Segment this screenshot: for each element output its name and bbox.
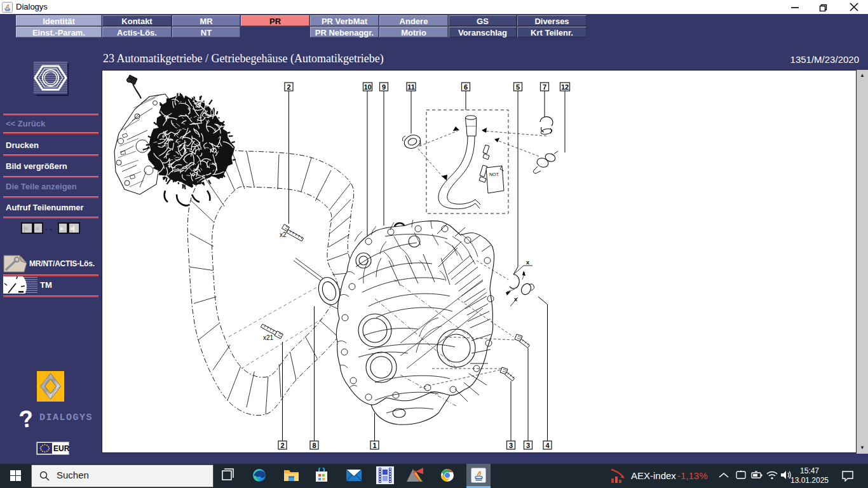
svg-text:12: 12 (561, 83, 569, 91)
svg-text:‹‹: ‹‹ (36, 225, 39, 232)
svg-text:5: 5 (516, 83, 520, 91)
svg-text:x: x (526, 259, 529, 266)
svg-text:x2: x2 (280, 231, 287, 238)
svg-text:3: 3 (509, 442, 513, 449)
svg-text:NOT.: NOT. (489, 172, 499, 177)
svg-text:11: 11 (407, 83, 415, 91)
svg-text:4: 4 (545, 442, 550, 449)
svg-text:9: 9 (382, 83, 386, 91)
svg-text:x21: x21 (263, 334, 274, 341)
svg-text:››: ›› (60, 225, 63, 232)
svg-text:7: 7 (543, 83, 546, 91)
svg-text:10: 10 (363, 83, 371, 91)
svg-text:2: 2 (287, 83, 290, 91)
svg-text:2: 2 (280, 442, 284, 449)
svg-text:8: 8 (312, 442, 316, 449)
svg-text:1: 1 (372, 442, 376, 449)
svg-text:|‹‹: |‹‹ (24, 225, 28, 232)
svg-text:3: 3 (526, 442, 530, 449)
svg-text:6: 6 (464, 83, 468, 91)
